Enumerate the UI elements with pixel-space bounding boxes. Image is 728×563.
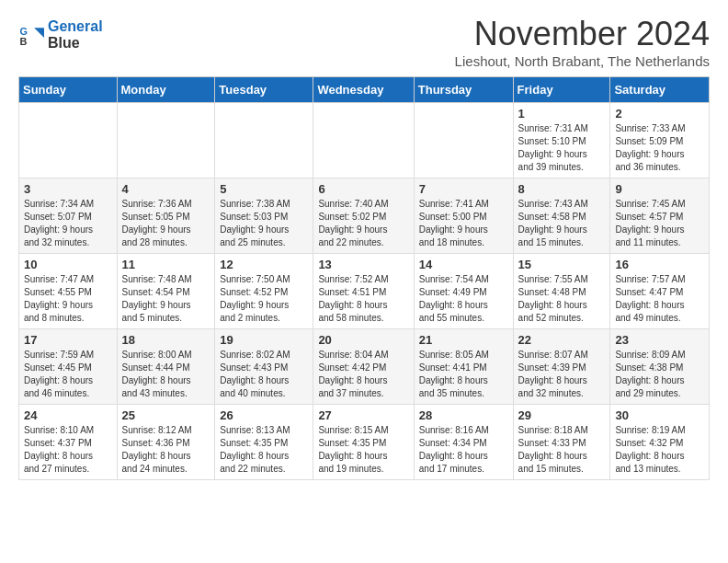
- calendar-cell: 2Sunrise: 7:33 AM Sunset: 5:09 PM Daylig…: [610, 103, 710, 178]
- day-info: Sunrise: 7:47 AM Sunset: 4:55 PM Dayligh…: [24, 273, 112, 325]
- day-info: Sunrise: 7:34 AM Sunset: 5:07 PM Dayligh…: [24, 198, 112, 249]
- weekday-header-sunday: Sunday: [19, 77, 118, 103]
- calendar-cell: 7Sunrise: 7:41 AM Sunset: 5:00 PM Daylig…: [414, 178, 513, 254]
- day-info: Sunrise: 8:15 AM Sunset: 4:35 PM Dayligh…: [318, 424, 408, 476]
- weekday-header-row: SundayMondayTuesdayWednesdayThursdayFrid…: [19, 77, 710, 103]
- day-number: 26: [220, 408, 308, 422]
- calendar-cell: 24Sunrise: 8:10 AM Sunset: 4:37 PM Dayli…: [19, 405, 118, 480]
- day-info: Sunrise: 8:07 AM Sunset: 4:39 PM Dayligh…: [518, 349, 606, 400]
- day-info: Sunrise: 7:41 AM Sunset: 5:00 PM Dayligh…: [419, 198, 508, 249]
- calendar-cell: 13Sunrise: 7:52 AM Sunset: 4:51 PM Dayli…: [313, 254, 414, 329]
- day-number: 3: [24, 182, 112, 196]
- calendar-cell: 11Sunrise: 7:48 AM Sunset: 4:54 PM Dayli…: [117, 254, 215, 329]
- weekday-header-saturday: Saturday: [610, 77, 710, 103]
- calendar-cell: 8Sunrise: 7:43 AM Sunset: 4:58 PM Daylig…: [513, 178, 610, 254]
- weekday-header-monday: Monday: [117, 77, 215, 103]
- day-info: Sunrise: 8:02 AM Sunset: 4:43 PM Dayligh…: [220, 349, 308, 400]
- page-header: G B General Blue November 2024 Lieshout,…: [18, 15, 710, 69]
- day-info: Sunrise: 8:16 AM Sunset: 4:34 PM Dayligh…: [419, 424, 508, 476]
- calendar-week-row: 3Sunrise: 7:34 AM Sunset: 5:07 PM Daylig…: [19, 178, 710, 254]
- day-number: 6: [318, 182, 408, 196]
- day-info: Sunrise: 7:59 AM Sunset: 4:45 PM Dayligh…: [24, 349, 112, 400]
- weekday-header-wednesday: Wednesday: [313, 77, 414, 103]
- calendar-cell: 25Sunrise: 8:12 AM Sunset: 4:36 PM Dayli…: [117, 405, 215, 480]
- day-number: 10: [24, 258, 112, 271]
- calendar-cell: 6Sunrise: 7:40 AM Sunset: 5:02 PM Daylig…: [313, 178, 414, 254]
- day-number: 4: [122, 182, 210, 196]
- day-info: Sunrise: 7:48 AM Sunset: 4:54 PM Dayligh…: [122, 273, 210, 325]
- logo-line1: General: [48, 18, 103, 35]
- calendar-cell: 12Sunrise: 7:50 AM Sunset: 4:52 PM Dayli…: [215, 254, 313, 329]
- day-number: 28: [419, 408, 508, 422]
- day-info: Sunrise: 7:36 AM Sunset: 5:05 PM Dayligh…: [122, 198, 210, 249]
- weekday-header-tuesday: Tuesday: [215, 77, 313, 103]
- weekday-header-friday: Friday: [513, 77, 610, 103]
- calendar-week-row: 1Sunrise: 7:31 AM Sunset: 5:10 PM Daylig…: [19, 103, 710, 178]
- day-number: 2: [615, 107, 704, 121]
- calendar-cell: 17Sunrise: 7:59 AM Sunset: 4:45 PM Dayli…: [19, 329, 118, 405]
- day-number: 17: [24, 333, 112, 347]
- day-number: 23: [615, 333, 704, 347]
- calendar-cell: [117, 103, 215, 178]
- calendar-cell: [414, 103, 513, 178]
- day-info: Sunrise: 7:54 AM Sunset: 4:49 PM Dayligh…: [419, 273, 508, 325]
- calendar-cell: 28Sunrise: 8:16 AM Sunset: 4:34 PM Dayli…: [414, 405, 513, 480]
- day-info: Sunrise: 7:43 AM Sunset: 4:58 PM Dayligh…: [518, 198, 606, 249]
- day-info: Sunrise: 8:00 AM Sunset: 4:44 PM Dayligh…: [122, 349, 210, 400]
- calendar-cell: [19, 103, 118, 178]
- calendar-cell: 19Sunrise: 8:02 AM Sunset: 4:43 PM Dayli…: [215, 329, 313, 405]
- day-number: 9: [615, 182, 704, 196]
- day-info: Sunrise: 8:10 AM Sunset: 4:37 PM Dayligh…: [24, 424, 112, 476]
- calendar-cell: 20Sunrise: 8:04 AM Sunset: 4:42 PM Dayli…: [313, 329, 414, 405]
- calendar-cell: 5Sunrise: 7:38 AM Sunset: 5:03 PM Daylig…: [215, 178, 313, 254]
- calendar-cell: 23Sunrise: 8:09 AM Sunset: 4:38 PM Dayli…: [610, 329, 710, 405]
- calendar-cell: 15Sunrise: 7:55 AM Sunset: 4:48 PM Dayli…: [513, 254, 610, 329]
- day-number: 13: [318, 258, 408, 271]
- day-number: 25: [122, 408, 210, 422]
- calendar-cell: 18Sunrise: 8:00 AM Sunset: 4:44 PM Dayli…: [117, 329, 215, 405]
- day-number: 20: [318, 333, 408, 347]
- logo-line2: Blue: [48, 35, 103, 52]
- day-number: 8: [518, 182, 606, 196]
- calendar-cell: [215, 103, 313, 178]
- day-number: 14: [419, 258, 508, 271]
- calendar-cell: 21Sunrise: 8:05 AM Sunset: 4:41 PM Dayli…: [414, 329, 513, 405]
- day-number: 7: [419, 182, 508, 196]
- day-info: Sunrise: 8:04 AM Sunset: 4:42 PM Dayligh…: [318, 349, 408, 400]
- day-info: Sunrise: 8:09 AM Sunset: 4:38 PM Dayligh…: [615, 349, 704, 400]
- calendar-table: SundayMondayTuesdayWednesdayThursdayFrid…: [18, 76, 710, 480]
- month-title: November 2024: [455, 15, 710, 53]
- svg-marker-2: [34, 28, 44, 38]
- weekday-header-thursday: Thursday: [414, 77, 513, 103]
- day-info: Sunrise: 7:52 AM Sunset: 4:51 PM Dayligh…: [318, 273, 408, 325]
- calendar-cell: [313, 103, 414, 178]
- day-info: Sunrise: 7:38 AM Sunset: 5:03 PM Dayligh…: [220, 198, 308, 249]
- day-number: 22: [518, 333, 606, 347]
- day-number: 1: [518, 107, 606, 121]
- calendar-cell: 26Sunrise: 8:13 AM Sunset: 4:35 PM Dayli…: [215, 405, 313, 480]
- logo-icon: G B: [18, 22, 44, 48]
- day-number: 27: [318, 408, 408, 422]
- calendar-cell: 29Sunrise: 8:18 AM Sunset: 4:33 PM Dayli…: [513, 405, 610, 480]
- day-info: Sunrise: 8:05 AM Sunset: 4:41 PM Dayligh…: [419, 349, 508, 400]
- calendar-cell: 14Sunrise: 7:54 AM Sunset: 4:49 PM Dayli…: [414, 254, 513, 329]
- day-info: Sunrise: 7:31 AM Sunset: 5:10 PM Dayligh…: [518, 122, 606, 174]
- day-info: Sunrise: 8:13 AM Sunset: 4:35 PM Dayligh…: [220, 424, 308, 476]
- day-info: Sunrise: 7:33 AM Sunset: 5:09 PM Dayligh…: [615, 122, 704, 174]
- day-number: 12: [220, 258, 308, 271]
- title-area: November 2024 Lieshout, North Brabant, T…: [455, 15, 710, 69]
- calendar-cell: 10Sunrise: 7:47 AM Sunset: 4:55 PM Dayli…: [19, 254, 118, 329]
- calendar-cell: 16Sunrise: 7:57 AM Sunset: 4:47 PM Dayli…: [610, 254, 710, 329]
- calendar-week-row: 24Sunrise: 8:10 AM Sunset: 4:37 PM Dayli…: [19, 405, 710, 480]
- day-info: Sunrise: 8:12 AM Sunset: 4:36 PM Dayligh…: [122, 424, 210, 476]
- calendar-cell: 30Sunrise: 8:19 AM Sunset: 4:32 PM Dayli…: [610, 405, 710, 480]
- day-number: 29: [518, 408, 606, 422]
- day-info: Sunrise: 7:50 AM Sunset: 4:52 PM Dayligh…: [220, 273, 308, 325]
- day-info: Sunrise: 7:57 AM Sunset: 4:47 PM Dayligh…: [615, 273, 704, 325]
- day-info: Sunrise: 8:18 AM Sunset: 4:33 PM Dayligh…: [518, 424, 606, 476]
- day-info: Sunrise: 8:19 AM Sunset: 4:32 PM Dayligh…: [615, 424, 704, 476]
- day-number: 19: [220, 333, 308, 347]
- day-info: Sunrise: 7:40 AM Sunset: 5:02 PM Dayligh…: [318, 198, 408, 249]
- day-number: 11: [122, 258, 210, 271]
- calendar-cell: 27Sunrise: 8:15 AM Sunset: 4:35 PM Dayli…: [313, 405, 414, 480]
